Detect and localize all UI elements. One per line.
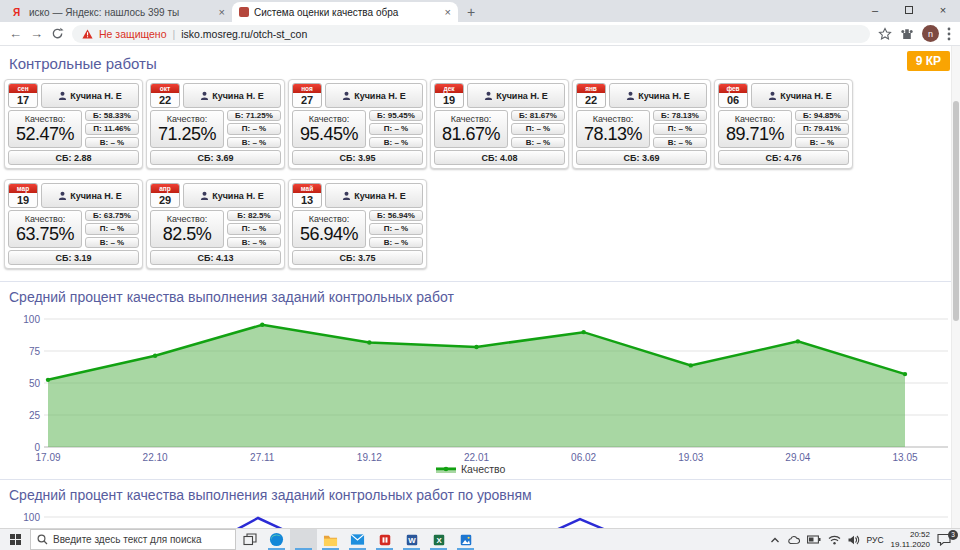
high-level-value[interactable]: В: – % [369,237,423,248]
high-level-value[interactable]: В: – % [227,137,281,148]
base-level-value[interactable]: Б: 81.67% [511,110,565,121]
quality-box[interactable]: Качество: 81.67% [434,110,508,148]
battery-icon[interactable] [807,535,821,544]
browser-tab-yandex[interactable]: Я иско — Яндекс: нашлось 399 ты × [6,2,232,22]
base-level-value[interactable]: Б: 82.5% [227,210,281,221]
quality-box[interactable]: Качество: 52.47% [8,110,82,148]
advanced-level-value[interactable]: П: 79.41% [795,123,849,134]
high-level-value[interactable]: В: – % [227,237,281,248]
average-score-value[interactable]: СБ: 4.08 [434,150,565,165]
minimize-button[interactable]: – [858,0,892,22]
onedrive-cloud-icon[interactable] [787,535,800,545]
average-score-value[interactable]: СБ: 3.69 [150,150,281,165]
taskbar-photos-button[interactable] [452,529,479,550]
teacher-button[interactable]: Кучина Н. Е [325,83,423,108]
advanced-level-value[interactable]: П: – % [227,123,281,134]
taskbar-excel-button[interactable]: X [425,529,452,550]
control-work-card[interactable]: сен 17 Кучина Н. Е Качество: 52.47% Б: 5… [4,79,143,169]
scrollbar-thumb[interactable] [953,101,959,321]
task-view-button[interactable] [236,529,263,550]
wifi-icon[interactable] [828,535,841,545]
high-level-value[interactable]: В: – % [795,137,849,148]
address-bar[interactable]: Не защищено | isko.mosreg.ru/otch-st_con [72,25,870,43]
teacher-button[interactable]: Кучина Н. Е [41,183,139,208]
advanced-level-value[interactable]: П: 11.46% [85,123,139,134]
control-work-card[interactable]: ноя 27 Кучина Н. Е Качество: 95.45% Б: 9… [288,79,427,169]
advanced-level-value[interactable]: П: – % [653,123,707,134]
taskbar-edge-button[interactable] [263,529,290,550]
high-level-value[interactable]: В: – % [511,137,565,148]
quality-box[interactable]: Качество: 71.25% [150,110,224,148]
control-work-card[interactable]: янв 22 Кучина Н. Е Качество: 78.13% Б: 7… [572,79,711,169]
advanced-level-value[interactable]: П: – % [369,223,423,234]
language-indicator[interactable]: РУС [867,535,884,545]
high-level-value[interactable]: В: – % [85,137,139,148]
advanced-level-value[interactable]: П: – % [511,123,565,134]
back-button[interactable]: ← [9,27,22,40]
teacher-button[interactable]: Кучина Н. Е [751,83,849,108]
teacher-button[interactable]: Кучина Н. Е [183,183,281,208]
average-score-value[interactable]: СБ: 3.69 [576,150,707,165]
volume-icon[interactable] [848,535,860,545]
base-level-value[interactable]: Б: 56.94% [369,210,423,221]
taskbar-chrome-button[interactable] [290,529,317,550]
taskbar-red-app-button[interactable] [371,529,398,550]
base-level-value[interactable]: Б: 95.45% [369,110,423,121]
forward-button[interactable]: → [30,27,43,40]
tray-chevron-up-icon[interactable] [770,536,780,544]
page-scrollbar[interactable] [951,46,960,528]
control-work-card[interactable]: окт 22 Кучина Н. Е Качество: 71.25% Б: 7… [146,79,285,169]
quality-box[interactable]: Качество: 56.94% [292,210,366,248]
average-score-value[interactable]: СБ: 4.76 [718,150,849,165]
quality-box[interactable]: Качество: 89.71% [718,110,792,148]
action-center-button[interactable]: 3 [937,532,955,548]
quality-box[interactable]: Качество: 95.45% [292,110,366,148]
teacher-button[interactable]: Кучина Н. Е [325,183,423,208]
control-work-card[interactable]: фев 06 Кучина Н. Е Качество: 89.71% Б: 9… [714,79,853,169]
advanced-level-value[interactable]: П: – % [85,223,139,234]
high-level-value[interactable]: В: – % [369,137,423,148]
start-button[interactable] [0,529,30,550]
advanced-level-value[interactable]: П: – % [369,123,423,134]
average-score-value[interactable]: СБ: 3.19 [8,250,139,265]
high-level-value[interactable]: В: – % [85,237,139,248]
average-score-value[interactable]: СБ: 3.95 [292,150,423,165]
base-level-value[interactable]: Б: 63.75% [85,210,139,221]
control-work-card[interactable]: май 13 Кучина Н. Е Качество: 56.94% Б: 5… [288,179,427,269]
maximize-button[interactable] [892,0,926,22]
profile-avatar[interactable]: n [922,25,939,42]
quality-box[interactable]: Качество: 78.13% [576,110,650,148]
taskbar-explorer-button[interactable] [317,529,344,550]
tab-close-icon[interactable]: × [445,6,451,18]
taskbar-mail-button[interactable] [344,529,371,550]
base-level-value[interactable]: Б: 71.25% [227,110,281,121]
teacher-button[interactable]: Кучина Н. Е [609,83,707,108]
teacher-button[interactable]: Кучина Н. Е [183,83,281,108]
new-tab-button[interactable]: + [458,2,484,22]
base-level-value[interactable]: Б: 78.13% [653,110,707,121]
teacher-button[interactable]: Кучина Н. Е [467,83,565,108]
taskbar-clock[interactable]: 20:52 19.11.2020 [891,530,930,550]
quality-box[interactable]: Качество: 82.5% [150,210,224,248]
tab-close-icon[interactable]: × [219,6,225,18]
teacher-button[interactable]: Кучина Н. Е [41,83,139,108]
close-button[interactable]: × [926,0,960,22]
control-work-card[interactable]: апр 29 Кучина Н. Е Качество: 82.5% Б: 82… [146,179,285,269]
taskbar-search[interactable] [30,529,236,550]
extensions-puzzle-icon[interactable] [900,27,914,41]
search-input[interactable] [53,534,229,545]
average-score-value[interactable]: СБ: 2.88 [8,150,139,165]
reload-button[interactable] [51,27,64,40]
menu-kebab-icon[interactable] [947,27,951,41]
control-work-card[interactable]: дек 19 Кучина Н. Е Качество: 81.67% Б: 8… [430,79,569,169]
control-work-card[interactable]: мар 19 Кучина Н. Е Качество: 63.75% Б: 6… [4,179,143,269]
base-level-value[interactable]: Б: 94.85% [795,110,849,121]
quality-box[interactable]: Качество: 63.75% [8,210,82,248]
advanced-level-value[interactable]: П: – % [227,223,281,234]
bookmark-star-icon[interactable] [878,27,892,41]
taskbar-word-button[interactable]: W [398,529,425,550]
high-level-value[interactable]: В: – % [653,137,707,148]
base-level-value[interactable]: Б: 58.33% [85,110,139,121]
browser-tab-isko[interactable]: Система оценки качества обра × [232,2,458,22]
average-score-value[interactable]: СБ: 3.75 [292,250,423,265]
